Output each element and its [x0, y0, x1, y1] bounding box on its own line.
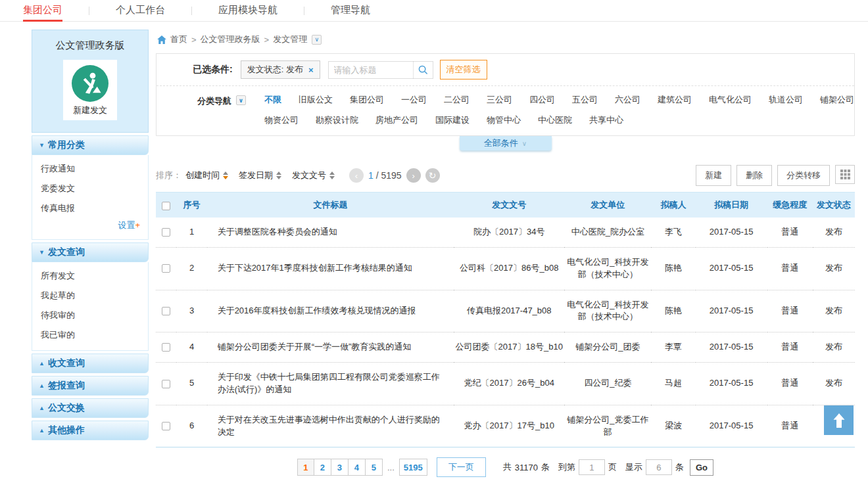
sidebar-section-common-categories[interactable]: ▼ 常用分类 — [32, 135, 149, 155]
cell-status: 发布 — [813, 363, 855, 405]
page-button-2[interactable]: 2 — [314, 459, 331, 476]
all-conditions-button[interactable]: 全部条件 ∨ — [460, 136, 552, 150]
row-checkbox[interactable] — [162, 307, 170, 315]
breadcrumb-level2[interactable]: 发文管理 — [273, 34, 307, 45]
category-item[interactable]: 建筑公司 — [658, 94, 692, 106]
sidebar-item-fax-telegram[interactable]: 传真电报 — [32, 198, 148, 218]
sidebar-item-party-doc[interactable]: 党委发文 — [32, 179, 148, 198]
category-unlimited[interactable]: 不限 — [264, 94, 281, 106]
breadcrumb-level1[interactable]: 公文管理政务版 — [201, 34, 260, 45]
nav-tab-app-modules[interactable]: 应用模块导航 — [192, 0, 304, 22]
breadcrumb-home[interactable]: 首页 — [170, 34, 187, 45]
document-title-link[interactable]: 关于调整医院各种委员会的通知 — [207, 218, 454, 247]
settings-link[interactable]: 设置+ — [32, 218, 148, 234]
nav-tab-admin[interactable]: 管理导航 — [304, 0, 397, 22]
category-item[interactable]: 五公司 — [572, 94, 598, 106]
nav-tab-personal-workbench[interactable]: 个人工作台 — [89, 0, 191, 22]
sidebar-item-admin-notice[interactable]: 行政通知 — [32, 159, 148, 179]
cell-date: 2017-05-15 — [696, 247, 767, 290]
category-dropdown-icon[interactable]: ∨ — [236, 95, 246, 105]
back-to-top-button[interactable] — [824, 405, 854, 435]
breadcrumb-dropdown-icon[interactable]: ∨ — [312, 35, 322, 45]
row-checkbox[interactable] — [162, 343, 170, 352]
create-button[interactable]: 新建 — [696, 165, 731, 186]
category-transfer-button[interactable]: 分类转移 — [777, 165, 830, 186]
document-title-link[interactable]: 关于下达2017年1季度科技创新工作考核结果的通知 — [207, 247, 454, 290]
remove-filter-icon[interactable]: × — [308, 65, 314, 75]
page-button-5[interactable]: 5 — [366, 459, 383, 476]
category-item[interactable]: 中心医院 — [538, 114, 572, 126]
document-title-link[interactable]: 关于印发《中铁十七局集团第四工程有限公司党委巡察工作办法(试行)》的通知 — [207, 363, 454, 405]
sidebar-section-outgoing-query[interactable]: ▼ 发文查询 — [32, 242, 149, 262]
table-row: 5 关于印发《中铁十七局集团第四工程有限公司党委巡察工作办法(试行)》的通知 党… — [156, 363, 855, 405]
row-checkbox[interactable] — [162, 264, 170, 273]
active-tab-underline — [23, 20, 62, 22]
document-title-link[interactable]: 铺架分公司团委关于开展“一学一做”教育实践的通知 — [207, 332, 454, 363]
page-size-input[interactable] — [646, 459, 672, 475]
sidebar-section-doc-exchange[interactable]: ▲ 公文交换 — [32, 398, 149, 418]
goto-label: 到第 — [558, 461, 575, 473]
category-item[interactable]: 二公司 — [444, 94, 470, 106]
clear-filters-button[interactable]: 清空筛选 — [440, 60, 487, 80]
filter-tag-status: 发文状态: 发布 × — [241, 60, 320, 79]
go-button[interactable]: Go — [690, 459, 713, 476]
row-checkbox[interactable] — [162, 422, 170, 430]
category-item[interactable]: 勘察设计院 — [316, 114, 358, 126]
category-item[interactable]: 四公司 — [529, 94, 555, 106]
current-page: 1 — [368, 170, 374, 181]
sidebar-item-reviewed-by-me[interactable]: 我已审的 — [32, 325, 148, 345]
category-item[interactable]: 物管中心 — [487, 114, 521, 126]
next-page-button[interactable]: 下一页 — [437, 457, 486, 477]
page-button-4[interactable]: 4 — [349, 459, 366, 476]
category-item[interactable]: 铺架公司 — [820, 94, 854, 106]
category-item[interactable]: 轨道公司 — [769, 94, 803, 106]
category-item[interactable]: 旧版公文 — [299, 94, 333, 106]
row-checkbox[interactable] — [162, 228, 170, 237]
sort-issue-date[interactable]: 签发日期 — [239, 170, 281, 181]
page-button-last[interactable]: 5195 — [399, 459, 427, 476]
row-checkbox[interactable] — [162, 380, 170, 388]
category-item[interactable]: 一公司 — [401, 94, 427, 106]
sidebar-item-drafted-by-me[interactable]: 我起草的 — [32, 286, 148, 306]
category-item[interactable]: 物资公司 — [264, 114, 299, 126]
title-search-input[interactable] — [329, 65, 413, 75]
category-item[interactable]: 六公司 — [615, 94, 640, 106]
sidebar-item-pending-my-review[interactable]: 待我审的 — [32, 306, 148, 325]
select-all-checkbox[interactable] — [162, 202, 170, 210]
page-button-1[interactable]: 1 — [297, 459, 314, 476]
delete-button[interactable]: 删除 — [736, 165, 772, 186]
category-item[interactable]: 房地产公司 — [375, 114, 418, 126]
triangle-up-icon: ▲ — [39, 360, 45, 367]
search-icon[interactable] — [413, 62, 433, 78]
sidebar-section-other-ops[interactable]: ▲ 其他操作 — [32, 421, 149, 440]
chevron-down-icon: ∨ — [522, 140, 527, 147]
nav-tab-group-company[interactable]: 集团公司 — [23, 0, 89, 22]
category-item[interactable]: 国际建设 — [435, 114, 470, 126]
nav-tab-label: 集团公司 — [23, 4, 62, 15]
col-title: 文件标题 — [207, 193, 454, 218]
sidebar-section-signoff-query[interactable]: ▲ 签报查询 — [32, 376, 149, 396]
page-button-3[interactable]: 3 — [331, 459, 349, 476]
page-indicator: ‹ 1 / 5195 › ↻ — [349, 168, 440, 183]
sort-create-time[interactable]: 创建时间 — [185, 170, 228, 181]
category-item[interactable]: 电气化公司 — [709, 94, 752, 106]
sidebar-item-all-outgoing[interactable]: 所有发文 — [32, 266, 148, 286]
list-toolbar: 排序： 创建时间 签发日期 发文文号 ‹ 1 / 5195 › ↻ 新建 删 — [156, 165, 855, 193]
prev-page-icon[interactable]: ‹ — [349, 168, 364, 183]
goto-page-input[interactable] — [579, 459, 605, 475]
sort-doc-number[interactable]: 发文文号 — [292, 170, 335, 181]
grid-view-button[interactable] — [835, 165, 855, 184]
next-page-icon[interactable]: › — [406, 168, 421, 183]
new-document-button[interactable]: 新建发文 — [63, 60, 117, 120]
category-item[interactable]: 集团公司 — [350, 94, 384, 106]
document-title-link[interactable]: 关于对在关改玉先进事迹选树中作出贡献的个人进行奖励的决定 — [207, 405, 454, 447]
cell-unit: 中心医院_院办公室 — [564, 218, 651, 247]
cell-status: 发布 — [813, 290, 855, 332]
category-item[interactable]: 三公司 — [487, 94, 512, 106]
category-item[interactable]: 共享中心 — [589, 114, 623, 126]
document-title-link[interactable]: 关于2016年度科技创新工作绩效考核兑现情况的通报 — [207, 290, 454, 332]
refresh-icon[interactable]: ↻ — [425, 168, 440, 183]
category-nav-text: 分类导航 — [197, 95, 231, 107]
table-row: 1 关于调整医院各种委员会的通知 院办〔2017〕34号 中心医院_院办公室 李… — [156, 218, 855, 247]
sidebar-section-incoming-query[interactable]: ▲ 收文查询 — [32, 354, 149, 373]
